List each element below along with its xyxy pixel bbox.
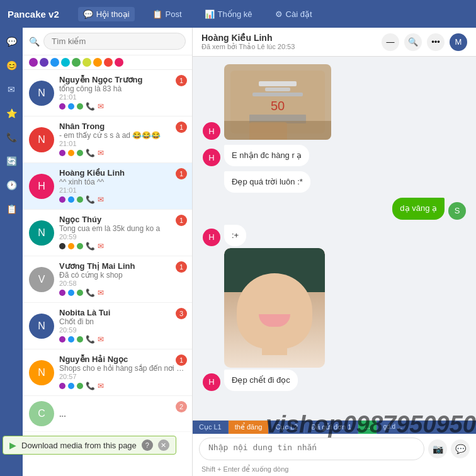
list-item[interactable]: N Nobita Là Tui Chốt đi bn 20:59 📞 ✉ xyxy=(23,303,192,349)
phone-icon[interactable]: 📞 xyxy=(86,149,95,157)
sidebar-icon-list[interactable]: 📋 xyxy=(3,200,20,218)
list-item[interactable]: H Hoàng Kiều Linh ^^ xinh tóa ^^ 21:01 📞… xyxy=(23,163,192,210)
message-input[interactable] xyxy=(199,438,424,460)
nav-cai-dat[interactable]: ⚙ Cài đặt xyxy=(270,7,317,21)
color-dot-red[interactable] xyxy=(104,58,113,67)
color-dot-violet[interactable] xyxy=(40,58,48,67)
action-dot[interactable] xyxy=(77,150,83,156)
nav-hoi-thoai[interactable]: 💬 Hội thoại xyxy=(78,7,135,21)
list-item[interactable]: V Vương Thị Mai Linh Đã có cứng k shop 2… xyxy=(23,256,192,303)
sidebar-icon-chat[interactable]: 💬 xyxy=(3,33,20,50)
action-dot[interactable] xyxy=(59,290,65,296)
conv-name: Nguyễn Hải Ngọc xyxy=(59,354,186,364)
nav-thong-ke[interactable]: 📊 Thống kê xyxy=(200,7,258,21)
action-dot[interactable] xyxy=(68,103,74,110)
mail-icon[interactable]: ✉ xyxy=(98,102,104,111)
chat-header-info: Hoàng Kiều Linh Đã xem bởi Thảo Lê lúc 2… xyxy=(201,33,295,51)
chat-icon: 💬 xyxy=(83,9,93,19)
color-dot-cyan[interactable] xyxy=(61,58,70,67)
action-dot[interactable] xyxy=(77,103,83,110)
color-filter-dots xyxy=(23,55,192,70)
action-dot[interactable] xyxy=(59,150,65,156)
color-dot-lime[interactable] xyxy=(82,58,91,67)
mail-icon[interactable]: ✉ xyxy=(98,149,104,157)
toolbar-tab-cuc-l1[interactable]: Cục L1 xyxy=(193,421,229,434)
sidebar-icon-phone[interactable]: 📞 xyxy=(3,128,20,146)
phone-icon[interactable]: 📞 xyxy=(86,288,95,297)
speech-button[interactable]: 💬 xyxy=(451,439,470,458)
action-dot[interactable] xyxy=(68,196,74,203)
toolbar-tab-cuc-l2[interactable]: Cục L2 xyxy=(269,421,305,434)
more-options-button[interactable]: ••• xyxy=(427,33,445,51)
sidebar-icon-clock[interactable]: 🕐 xyxy=(3,176,20,194)
toolbar-tab-5[interactable]: ... xyxy=(358,421,377,434)
action-dot[interactable] xyxy=(59,336,65,343)
sidebar-icon-star[interactable]: ⭐ xyxy=(3,105,20,122)
badge: 1 xyxy=(176,168,187,179)
action-dot[interactable] xyxy=(68,336,74,343)
toolbar-tab-da-gui-don[interactable]: Đã gửi đơn 1 xyxy=(305,421,358,434)
mail-icon[interactable]: ✉ xyxy=(98,242,104,251)
phone-icon[interactable]: 📞 xyxy=(86,102,95,111)
toolbar-tab-the-dang[interactable]: thể đăng xyxy=(229,421,269,434)
nav-post[interactable]: 📋 Post xyxy=(147,7,187,21)
badge: 1 xyxy=(176,261,187,273)
conv-name: Ngọc Thúy xyxy=(59,215,186,224)
action-dot[interactable] xyxy=(59,103,65,110)
message-avatar: H xyxy=(203,122,220,140)
search-chat-button[interactable]: 🔍 xyxy=(404,33,422,51)
mail-icon[interactable]: ✉ xyxy=(98,288,104,297)
list-item[interactable]: N Nguyễn Hải Ngọc Shops cho e hỏi hàng s… xyxy=(23,349,192,396)
avatar: V xyxy=(29,267,54,292)
phone-icon[interactable]: 📞 xyxy=(86,242,95,251)
action-dot[interactable] xyxy=(68,243,74,249)
close-download-button[interactable]: ✕ xyxy=(158,439,169,451)
action-dot[interactable] xyxy=(59,196,65,203)
action-dot[interactable] xyxy=(77,196,83,203)
color-dot-pink[interactable] xyxy=(115,58,123,67)
color-dot-purple[interactable] xyxy=(29,58,38,67)
list-item[interactable]: C ... 2 xyxy=(23,396,192,432)
chat-input-area: 📷 💬 xyxy=(193,434,476,464)
mail-icon[interactable]: ✉ xyxy=(98,382,104,390)
avatar: C xyxy=(29,401,54,426)
search-input[interactable] xyxy=(43,33,186,50)
color-dot-orange[interactable] xyxy=(93,58,102,67)
action-dot[interactable] xyxy=(77,336,83,343)
conv-info: Ngọc Thúy Tong cua em là 35k dung ko a 2… xyxy=(59,215,186,251)
action-dot[interactable] xyxy=(77,243,83,249)
phone-icon[interactable]: 📞 xyxy=(86,335,95,344)
top-nav: Pancake v2 💬 Hội thoại 📋 Post 📊 Thống kê… xyxy=(0,0,476,28)
list-item[interactable]: N Nguyễn Ngọc Trương tổng công là 83 hà … xyxy=(23,70,192,116)
action-dot[interactable] xyxy=(77,290,83,296)
action-dot[interactable] xyxy=(68,150,74,156)
minimize-button[interactable]: — xyxy=(382,33,399,51)
toolbar-tab-6[interactable]: gd.d ... xyxy=(377,421,410,434)
phone-icon[interactable]: 📞 xyxy=(86,195,95,204)
mail-icon[interactable]: ✉ xyxy=(98,335,104,344)
conv-last-msg: - em thấy cứ s s à ad 😂😂😂 xyxy=(59,131,186,140)
help-button[interactable]: ? xyxy=(142,439,153,451)
mail-icon[interactable]: ✉ xyxy=(98,195,104,204)
list-item[interactable]: N Ngọc Thúy Tong cua em là 35k dung ko a… xyxy=(23,210,192,256)
toolbar-tabs: Cục L1 thể đăng Cục L2 Đã gửi đơn 1 ... … xyxy=(193,421,476,434)
sidebar-icon-mail[interactable]: ✉ xyxy=(3,81,20,98)
color-dot-green[interactable] xyxy=(72,58,81,67)
messenger-button[interactable]: M xyxy=(450,33,467,51)
action-dot[interactable] xyxy=(68,383,74,389)
sidebar-icon-refresh[interactable]: 🔄 xyxy=(3,152,20,170)
badge: 2 xyxy=(176,401,187,412)
chat-toolbar: Cục L1 thể đăng Cục L2 Đã gửi đơn 1 ... … xyxy=(193,420,476,476)
color-dot-blue[interactable] xyxy=(50,58,59,67)
action-dot[interactable] xyxy=(77,383,83,389)
action-dot[interactable] xyxy=(68,290,74,296)
camera-button[interactable]: 📷 xyxy=(428,439,447,458)
message-row: H Đẹp chết đi đọc xyxy=(203,370,466,391)
action-dot[interactable] xyxy=(59,243,65,249)
play-icon: ▶ xyxy=(9,440,16,450)
list-item[interactable]: N Nhân Trong - em thấy cứ s s à ad 😂😂😂 2… xyxy=(23,116,192,163)
sidebar-icon-emoji[interactable]: 😊 xyxy=(3,57,20,74)
conv-time: 21:01 xyxy=(59,186,186,194)
phone-icon[interactable]: 📞 xyxy=(86,382,95,390)
action-dot[interactable] xyxy=(59,383,65,389)
